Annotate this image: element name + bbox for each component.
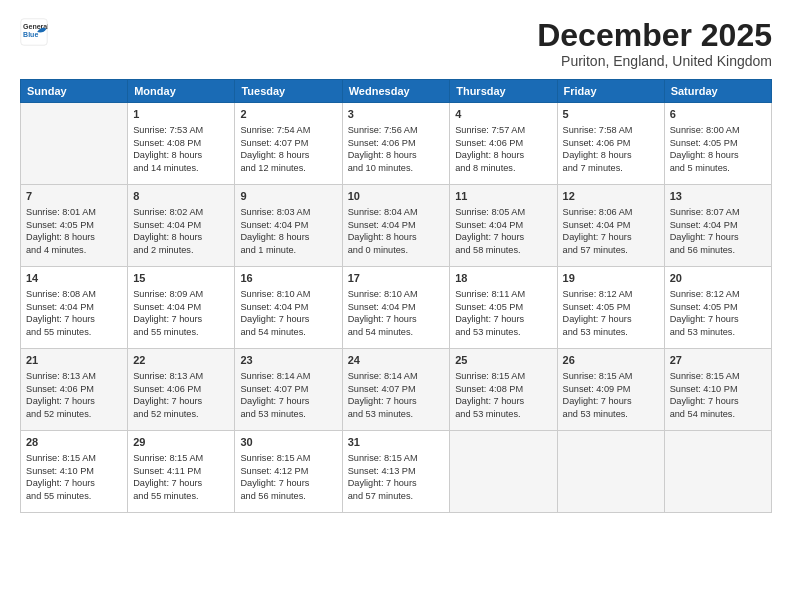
day-info: Sunrise: 8:12 AM Sunset: 4:05 PM Dayligh…: [670, 288, 766, 339]
day-info: Sunrise: 8:10 AM Sunset: 4:04 PM Dayligh…: [348, 288, 445, 339]
day-cell: 9Sunrise: 8:03 AM Sunset: 4:04 PM Daylig…: [235, 185, 342, 267]
day-number: 9: [240, 189, 336, 204]
week-row-4: 21Sunrise: 8:13 AM Sunset: 4:06 PM Dayli…: [21, 349, 772, 431]
day-cell: 20Sunrise: 8:12 AM Sunset: 4:05 PM Dayli…: [664, 267, 771, 349]
day-info: Sunrise: 8:04 AM Sunset: 4:04 PM Dayligh…: [348, 206, 445, 257]
day-number: 4: [455, 107, 551, 122]
weekday-header-thursday: Thursday: [450, 80, 557, 103]
day-number: 22: [133, 353, 229, 368]
weekday-header-friday: Friday: [557, 80, 664, 103]
day-info: Sunrise: 8:15 AM Sunset: 4:10 PM Dayligh…: [26, 452, 122, 503]
day-info: Sunrise: 8:02 AM Sunset: 4:04 PM Dayligh…: [133, 206, 229, 257]
day-number: 17: [348, 271, 445, 286]
day-cell: 1Sunrise: 7:53 AM Sunset: 4:08 PM Daylig…: [128, 103, 235, 185]
day-cell: 7Sunrise: 8:01 AM Sunset: 4:05 PM Daylig…: [21, 185, 128, 267]
day-number: 29: [133, 435, 229, 450]
day-info: Sunrise: 8:14 AM Sunset: 4:07 PM Dayligh…: [348, 370, 445, 421]
day-info: Sunrise: 7:58 AM Sunset: 4:06 PM Dayligh…: [563, 124, 659, 175]
day-number: 15: [133, 271, 229, 286]
day-number: 31: [348, 435, 445, 450]
day-info: Sunrise: 8:15 AM Sunset: 4:09 PM Dayligh…: [563, 370, 659, 421]
day-number: 12: [563, 189, 659, 204]
day-number: 28: [26, 435, 122, 450]
day-info: Sunrise: 8:10 AM Sunset: 4:04 PM Dayligh…: [240, 288, 336, 339]
week-row-2: 7Sunrise: 8:01 AM Sunset: 4:05 PM Daylig…: [21, 185, 772, 267]
day-cell: 23Sunrise: 8:14 AM Sunset: 4:07 PM Dayli…: [235, 349, 342, 431]
day-number: 13: [670, 189, 766, 204]
weekday-header-row: SundayMondayTuesdayWednesdayThursdayFrid…: [21, 80, 772, 103]
day-cell: 27Sunrise: 8:15 AM Sunset: 4:10 PM Dayli…: [664, 349, 771, 431]
day-info: Sunrise: 8:01 AM Sunset: 4:05 PM Dayligh…: [26, 206, 122, 257]
calendar: SundayMondayTuesdayWednesdayThursdayFrid…: [20, 79, 772, 513]
day-number: 1: [133, 107, 229, 122]
day-number: 8: [133, 189, 229, 204]
day-info: Sunrise: 8:09 AM Sunset: 4:04 PM Dayligh…: [133, 288, 229, 339]
day-cell: [664, 431, 771, 513]
day-number: 26: [563, 353, 659, 368]
day-info: Sunrise: 7:53 AM Sunset: 4:08 PM Dayligh…: [133, 124, 229, 175]
weekday-header-monday: Monday: [128, 80, 235, 103]
day-cell: [450, 431, 557, 513]
day-info: Sunrise: 8:06 AM Sunset: 4:04 PM Dayligh…: [563, 206, 659, 257]
week-row-1: 1Sunrise: 7:53 AM Sunset: 4:08 PM Daylig…: [21, 103, 772, 185]
day-info: Sunrise: 8:15 AM Sunset: 4:13 PM Dayligh…: [348, 452, 445, 503]
day-info: Sunrise: 8:15 AM Sunset: 4:12 PM Dayligh…: [240, 452, 336, 503]
week-row-3: 14Sunrise: 8:08 AM Sunset: 4:04 PM Dayli…: [21, 267, 772, 349]
logo-icon: General Blue: [20, 18, 48, 46]
day-cell: 28Sunrise: 8:15 AM Sunset: 4:10 PM Dayli…: [21, 431, 128, 513]
day-number: 6: [670, 107, 766, 122]
day-cell: 3Sunrise: 7:56 AM Sunset: 4:06 PM Daylig…: [342, 103, 450, 185]
day-cell: 21Sunrise: 8:13 AM Sunset: 4:06 PM Dayli…: [21, 349, 128, 431]
day-cell: [557, 431, 664, 513]
day-cell: 30Sunrise: 8:15 AM Sunset: 4:12 PM Dayli…: [235, 431, 342, 513]
day-number: 27: [670, 353, 766, 368]
day-number: 14: [26, 271, 122, 286]
day-number: 20: [670, 271, 766, 286]
weekday-header-sunday: Sunday: [21, 80, 128, 103]
day-number: 25: [455, 353, 551, 368]
weekday-header-tuesday: Tuesday: [235, 80, 342, 103]
day-cell: 25Sunrise: 8:15 AM Sunset: 4:08 PM Dayli…: [450, 349, 557, 431]
day-info: Sunrise: 8:12 AM Sunset: 4:05 PM Dayligh…: [563, 288, 659, 339]
day-info: Sunrise: 7:56 AM Sunset: 4:06 PM Dayligh…: [348, 124, 445, 175]
day-cell: 22Sunrise: 8:13 AM Sunset: 4:06 PM Dayli…: [128, 349, 235, 431]
day-cell: 10Sunrise: 8:04 AM Sunset: 4:04 PM Dayli…: [342, 185, 450, 267]
day-cell: 4Sunrise: 7:57 AM Sunset: 4:06 PM Daylig…: [450, 103, 557, 185]
day-number: 10: [348, 189, 445, 204]
title-block: December 2025 Puriton, England, United K…: [537, 18, 772, 69]
day-info: Sunrise: 8:11 AM Sunset: 4:05 PM Dayligh…: [455, 288, 551, 339]
day-info: Sunrise: 8:07 AM Sunset: 4:04 PM Dayligh…: [670, 206, 766, 257]
day-number: 3: [348, 107, 445, 122]
day-number: 18: [455, 271, 551, 286]
header: General Blue December 2025 Puriton, Engl…: [20, 18, 772, 69]
day-cell: 6Sunrise: 8:00 AM Sunset: 4:05 PM Daylig…: [664, 103, 771, 185]
day-number: 19: [563, 271, 659, 286]
weekday-header-saturday: Saturday: [664, 80, 771, 103]
day-cell: 15Sunrise: 8:09 AM Sunset: 4:04 PM Dayli…: [128, 267, 235, 349]
day-cell: 12Sunrise: 8:06 AM Sunset: 4:04 PM Dayli…: [557, 185, 664, 267]
logo: General Blue: [20, 18, 48, 46]
month-title: December 2025: [537, 18, 772, 53]
day-info: Sunrise: 7:54 AM Sunset: 4:07 PM Dayligh…: [240, 124, 336, 175]
day-number: 5: [563, 107, 659, 122]
day-info: Sunrise: 8:13 AM Sunset: 4:06 PM Dayligh…: [26, 370, 122, 421]
svg-text:Blue: Blue: [23, 31, 38, 38]
weekday-header-wednesday: Wednesday: [342, 80, 450, 103]
day-cell: 11Sunrise: 8:05 AM Sunset: 4:04 PM Dayli…: [450, 185, 557, 267]
day-info: Sunrise: 7:57 AM Sunset: 4:06 PM Dayligh…: [455, 124, 551, 175]
day-cell: 8Sunrise: 8:02 AM Sunset: 4:04 PM Daylig…: [128, 185, 235, 267]
day-cell: 13Sunrise: 8:07 AM Sunset: 4:04 PM Dayli…: [664, 185, 771, 267]
day-info: Sunrise: 8:08 AM Sunset: 4:04 PM Dayligh…: [26, 288, 122, 339]
day-cell: 18Sunrise: 8:11 AM Sunset: 4:05 PM Dayli…: [450, 267, 557, 349]
day-cell: 5Sunrise: 7:58 AM Sunset: 4:06 PM Daylig…: [557, 103, 664, 185]
day-cell: 17Sunrise: 8:10 AM Sunset: 4:04 PM Dayli…: [342, 267, 450, 349]
page: General Blue December 2025 Puriton, Engl…: [0, 0, 792, 612]
day-number: 11: [455, 189, 551, 204]
day-number: 2: [240, 107, 336, 122]
day-info: Sunrise: 8:05 AM Sunset: 4:04 PM Dayligh…: [455, 206, 551, 257]
day-info: Sunrise: 8:15 AM Sunset: 4:11 PM Dayligh…: [133, 452, 229, 503]
location: Puriton, England, United Kingdom: [537, 53, 772, 69]
day-number: 30: [240, 435, 336, 450]
day-number: 23: [240, 353, 336, 368]
day-info: Sunrise: 8:00 AM Sunset: 4:05 PM Dayligh…: [670, 124, 766, 175]
